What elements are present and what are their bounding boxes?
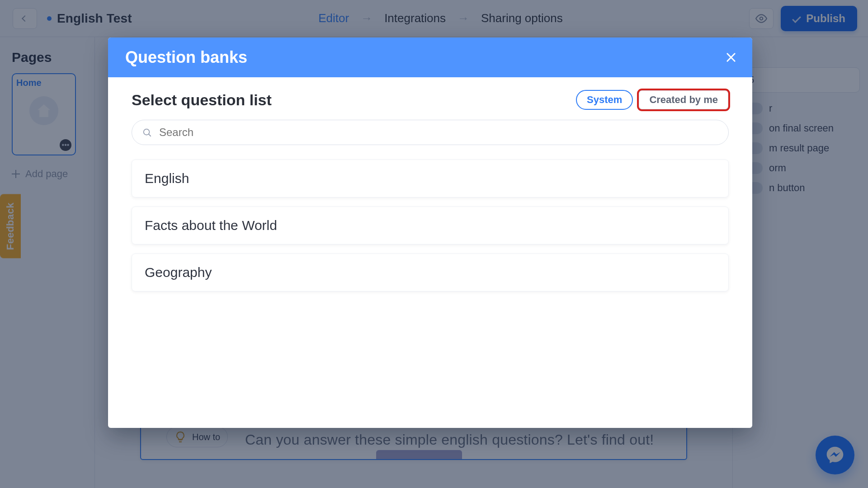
modal-close-button[interactable] <box>722 48 741 67</box>
search-field[interactable] <box>132 120 729 145</box>
list-item[interactable]: English <box>132 160 729 197</box>
list-item-label: Geography <box>145 265 212 280</box>
source-created-label: Created by me <box>649 94 718 106</box>
modal-subheader: Select question list System Created by m… <box>132 90 729 110</box>
modal-title: Question banks <box>125 48 247 67</box>
list-item[interactable]: Facts about the World <box>132 206 729 244</box>
search-input[interactable] <box>158 126 718 139</box>
list-item[interactable]: Geography <box>132 253 729 291</box>
search-icon <box>142 127 152 137</box>
question-banks-modal: Question banks Select question list Syst… <box>108 38 752 428</box>
source-created-by-me-button[interactable]: Created by me <box>638 90 729 110</box>
modal-body: Select question list System Created by m… <box>108 77 752 304</box>
source-system-button[interactable]: System <box>576 90 633 110</box>
close-icon <box>725 51 737 64</box>
svg-line-4 <box>149 134 151 136</box>
source-toggle: System Created by me <box>576 90 729 110</box>
svg-point-3 <box>144 129 150 135</box>
modal-header: Question banks <box>108 38 752 77</box>
list-item-label: Facts about the World <box>145 218 277 233</box>
question-list: English Facts about the World Geography <box>132 160 729 291</box>
list-item-label: English <box>145 171 189 186</box>
source-system-label: System <box>587 94 622 106</box>
modal-subtitle: Select question list <box>132 91 272 109</box>
